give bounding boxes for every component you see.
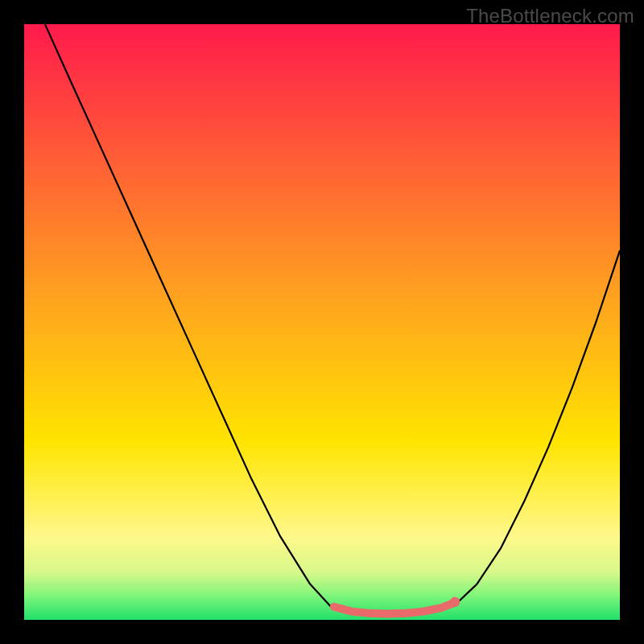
plot-background [24,24,620,620]
flat-end-marker [450,597,460,607]
chart-canvas [0,0,644,644]
chart-frame: TheBottleneck.com [0,0,644,644]
watermark-text: TheBottleneck.com [466,5,634,27]
